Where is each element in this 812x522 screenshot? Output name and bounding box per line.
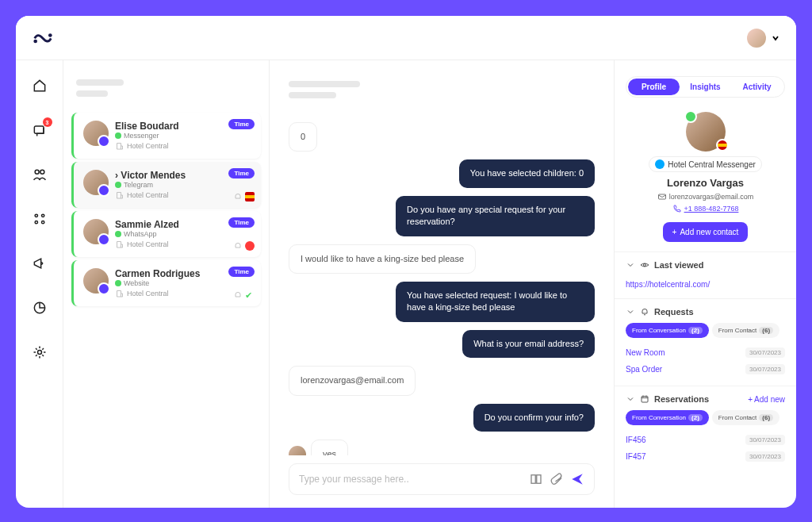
svg-rect-12	[531, 475, 535, 484]
bot-message: You have selected request: I would like …	[396, 282, 595, 322]
add-reservation-button[interactable]: + Add new	[748, 395, 785, 404]
check-icon: ✔	[245, 290, 255, 300]
plus-icon: +	[672, 228, 677, 236]
svg-point-7	[35, 221, 37, 224]
conversation-item[interactable]: › Victor Mendes Telegram Hotel Central T…	[71, 162, 261, 208]
channel-label: Website	[115, 279, 251, 287]
bot-message: Do you have any special request for your…	[396, 196, 595, 236]
channel-label: Telegram	[115, 181, 251, 189]
add-contact-button[interactable]: + Add new contact	[663, 222, 749, 242]
reservation-row[interactable]: IF45630/07/2023	[626, 432, 785, 448]
topbar	[16, 16, 796, 60]
user-avatar-icon	[289, 446, 306, 455]
list-header	[63, 71, 269, 109]
nav-analytics[interactable]	[25, 294, 54, 322]
avatar-icon	[83, 121, 109, 146]
nav-home[interactable]	[25, 71, 54, 100]
topbar-profile[interactable]	[747, 29, 780, 48]
flag-es-icon	[245, 192, 255, 202]
bell-icon	[233, 192, 243, 202]
reservation-row[interactable]: IF45730/07/2023	[626, 448, 785, 465]
svg-point-5	[35, 214, 37, 217]
bell-icon	[233, 241, 243, 251]
svg-point-8	[41, 221, 44, 224]
bell-icon	[233, 290, 243, 300]
status-dot-icon	[115, 280, 121, 286]
app-window: 3 Elise Boudard Messenger Hotel Central …	[16, 16, 796, 508]
time-badge: Time	[228, 267, 255, 277]
message-input[interactable]	[299, 474, 523, 485]
tab-insights[interactable]: Insights	[680, 79, 731, 95]
conversation-item[interactable]: Elise Boudard Messenger Hotel Central Ti…	[71, 113, 261, 159]
conversation-item[interactable]: Sammie Alzed WhatsApp Hotel Central Time	[71, 211, 261, 257]
channel-label: Messenger	[115, 132, 251, 140]
user-message: 0	[289, 122, 317, 152]
status-dot-icon	[115, 132, 121, 139]
details-panel: ProfileInsightsActivity Hotel Central Me…	[614, 16, 796, 508]
chevron-down-icon	[771, 33, 780, 43]
phone-icon	[672, 204, 682, 213]
avatar-icon	[83, 170, 109, 195]
attachment-icon[interactable]	[550, 472, 564, 486]
nav-inbox[interactable]: 3	[25, 116, 54, 144]
svg-rect-13	[537, 475, 541, 484]
tab-activity[interactable]: Activity	[731, 79, 783, 95]
chevron-down-icon	[626, 307, 635, 317]
profile-avatar	[686, 112, 726, 152]
time-badge: Time	[228, 217, 255, 228]
segment-button[interactable]: From Contact (6)	[712, 410, 779, 425]
segment-button[interactable]: From Conversation (2)	[626, 323, 709, 338]
tab-profile[interactable]: Profile	[628, 79, 680, 95]
svg-point-3	[35, 170, 39, 174]
nav-settings[interactable]	[25, 338, 54, 367]
flag-es-icon	[716, 139, 729, 152]
quick-replies-icon[interactable]	[529, 472, 543, 486]
time-badge: Time	[228, 119, 255, 129]
user-message: lorenzovargas@email.com	[289, 366, 416, 395]
hotel-label: Hotel Central	[115, 240, 251, 249]
bot-message: Do you confirm your info?	[473, 404, 595, 432]
last-viewed-link[interactable]: https://hotelcentral.com/	[626, 280, 710, 289]
time-badge: Time	[228, 168, 255, 178]
segment-button[interactable]: From Conversation (2)	[626, 410, 709, 425]
nav-broadcast[interactable]	[25, 249, 54, 278]
conversation-list: Elise Boudard Messenger Hotel Central Ti…	[63, 16, 270, 508]
hotel-label: Hotel Central	[115, 289, 251, 298]
svg-point-4	[40, 170, 44, 174]
profile-email[interactable]: lorenzovargas@email.com	[626, 192, 785, 202]
eye-icon	[640, 260, 649, 270]
svg-point-15	[644, 264, 646, 267]
svg-point-6	[41, 214, 44, 217]
section-requests: Requests From Conversation (2)From Conta…	[615, 298, 796, 386]
user-message: I would like to have a king-size bed ple…	[289, 244, 476, 274]
conversation-item[interactable]: Carmen Rodrigues Website Hotel Central T…	[71, 260, 261, 306]
profile-phone[interactable]: +1 888-482-7768	[626, 204, 785, 213]
side-nav: 3	[16, 16, 63, 508]
email-icon	[657, 192, 667, 202]
top-avatar-icon	[747, 29, 766, 48]
section-last-viewed: Last viewed https://hotelcentral.com/	[615, 251, 796, 298]
bot-message: You have selected children: 0	[459, 159, 595, 187]
user-message: yes	[311, 439, 348, 455]
section-reservations: Reservations + Add new From Conversation…	[615, 386, 796, 473]
chat-panel: 0You have selected children: 0Do you hav…	[270, 16, 614, 508]
message-composer	[289, 463, 595, 495]
segment-button[interactable]: From Contact (6)	[712, 323, 779, 338]
chat-header	[270, 71, 614, 113]
request-row[interactable]: New Room30/07/2023	[626, 344, 785, 361]
svg-rect-16	[642, 397, 648, 403]
nav-contacts[interactable]	[25, 160, 54, 189]
request-row[interactable]: Spa Order30/07/2023	[626, 361, 785, 378]
bot-message: What is your email address?	[462, 330, 595, 358]
send-button[interactable]	[570, 472, 584, 486]
nav-apps[interactable]	[25, 205, 54, 233]
svg-point-10	[37, 351, 41, 355]
app-logo-icon	[32, 30, 54, 46]
message-list: 0You have selected children: 0Do you hav…	[270, 113, 614, 455]
red-dot-icon	[245, 241, 255, 251]
svg-rect-2	[34, 126, 44, 133]
svg-point-0	[33, 39, 37, 43]
svg-point-1	[48, 33, 52, 37]
status-dot-icon	[115, 182, 121, 188]
hotel-label: Hotel Central	[115, 141, 251, 151]
